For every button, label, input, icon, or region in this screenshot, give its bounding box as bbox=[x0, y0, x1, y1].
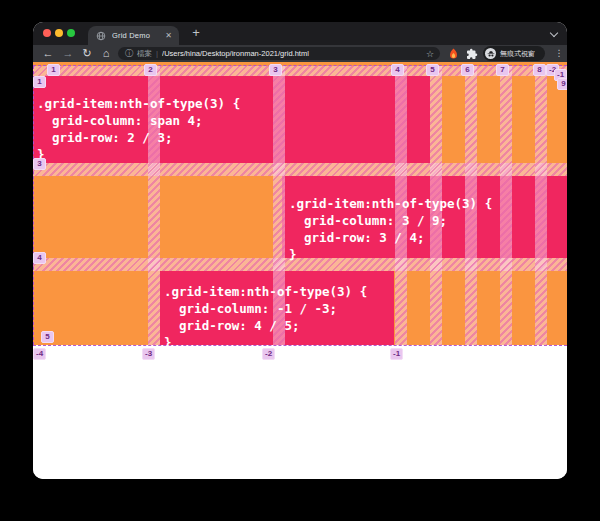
grid-line-badge: 7 bbox=[496, 64, 509, 76]
browser-toolbar: ← → ↻ ⌂ ⓘ 檔案 | /Users/hina/Desktop/ironm… bbox=[33, 45, 567, 62]
grid-line-badge: 2 bbox=[144, 64, 157, 76]
forward-button[interactable]: → bbox=[60, 45, 76, 62]
column-gap-hatch bbox=[535, 66, 547, 345]
row-gap-hatch bbox=[33, 66, 567, 76]
code-line: } bbox=[37, 146, 240, 163]
globe-icon bbox=[96, 31, 106, 41]
traffic-minimize-button[interactable] bbox=[55, 29, 63, 37]
traffic-zoom-button[interactable] bbox=[67, 29, 75, 37]
screenshot-stage: Grid Demo ✕ + ← → ↻ ⌂ ⓘ 檔案 | /Users/hina… bbox=[0, 0, 600, 521]
grid-line-badge: 4 bbox=[33, 252, 46, 264]
tab-title: Grid Demo bbox=[112, 31, 165, 40]
grid-line-badge: 5 bbox=[426, 64, 439, 76]
row-gap-hatch bbox=[33, 163, 567, 176]
incognito-badge[interactable]: 無痕式視窗 bbox=[483, 46, 545, 61]
home-button[interactable]: ⌂ bbox=[98, 45, 114, 62]
grid-line-badge: -2 bbox=[262, 348, 275, 360]
address-separator: | bbox=[156, 49, 158, 58]
grid-line-badge: 8 bbox=[533, 64, 546, 76]
code-line: grid-column: span 4; bbox=[37, 112, 240, 129]
code-block-1: .grid-item:nth-of-type(3) { grid-column:… bbox=[37, 95, 240, 163]
grid-line-top bbox=[33, 65, 567, 66]
code-line: grid-row: 3 / 4; bbox=[289, 229, 492, 246]
grid-line-badge: 4 bbox=[391, 64, 404, 76]
back-button[interactable]: ← bbox=[40, 45, 56, 62]
grid-line-badge: 1 bbox=[47, 64, 60, 76]
grid-line-badge: -3 bbox=[142, 348, 155, 360]
code-block-2: .grid-item:nth-of-type(3) { grid-column:… bbox=[289, 195, 492, 263]
code-line: grid-column: -1 / -3; bbox=[164, 300, 367, 317]
grid-line-badge: 6 bbox=[461, 64, 474, 76]
traffic-close-button[interactable] bbox=[43, 29, 51, 37]
chevron-down-icon[interactable] bbox=[549, 28, 559, 38]
code-line: grid-row: 4 / 5; bbox=[164, 317, 367, 334]
grid-line-badge: 3 bbox=[33, 158, 46, 170]
extension-flame-icon[interactable] bbox=[448, 48, 459, 60]
page-content: .grid-item:nth-of-type(3) { grid-column:… bbox=[33, 62, 567, 479]
new-tab-button[interactable]: + bbox=[188, 25, 204, 41]
code-block-3: .grid-item:nth-of-type(3) { grid-column:… bbox=[164, 283, 367, 351]
menu-dots-icon[interactable]: ⋮ bbox=[553, 45, 565, 62]
grid-line-badge: 9 bbox=[557, 78, 567, 90]
code-line: grid-row: 2 / 3; bbox=[37, 129, 240, 146]
code-line: .grid-item:nth-of-type(3) { bbox=[37, 95, 240, 112]
bookmark-star-icon[interactable]: ☆ bbox=[426, 49, 434, 59]
code-line: .grid-item:nth-of-type(3) { bbox=[164, 283, 367, 300]
browser-window: Grid Demo ✕ + ← → ↻ ⌂ ⓘ 檔案 | /Users/hina… bbox=[33, 22, 567, 479]
code-line: .grid-item:nth-of-type(3) { bbox=[289, 195, 492, 212]
code-line: grid-column: 3 / 9; bbox=[289, 212, 492, 229]
code-line: } bbox=[289, 246, 492, 263]
column-gap-hatch bbox=[500, 66, 512, 345]
incognito-label: 無痕式視窗 bbox=[500, 49, 535, 59]
extensions-puzzle-icon[interactable] bbox=[466, 48, 478, 60]
grid-line-badge: -1 bbox=[390, 348, 403, 360]
grid-line-badge: -4 bbox=[33, 348, 46, 360]
browser-tab[interactable]: Grid Demo ✕ bbox=[88, 26, 179, 45]
address-bar[interactable]: ⓘ 檔案 | /Users/hina/Desktop/ironman-2021/… bbox=[118, 47, 440, 60]
file-scheme-label: 檔案 bbox=[137, 49, 152, 59]
info-icon[interactable]: ⓘ bbox=[125, 48, 133, 59]
close-tab-icon[interactable]: ✕ bbox=[165, 31, 172, 40]
grid-line-badge: 5 bbox=[41, 331, 54, 343]
grid-line-badge: 3 bbox=[269, 64, 282, 76]
tab-strip: Grid Demo ✕ + bbox=[33, 22, 567, 45]
grid-line-badge: 1 bbox=[33, 76, 46, 88]
incognito-icon bbox=[485, 48, 496, 59]
address-url[interactable]: /Users/hina/Desktop/ironman-2021/grid.ht… bbox=[162, 49, 426, 58]
reload-button[interactable]: ↻ bbox=[79, 45, 95, 62]
grid-line-left bbox=[33, 66, 34, 345]
